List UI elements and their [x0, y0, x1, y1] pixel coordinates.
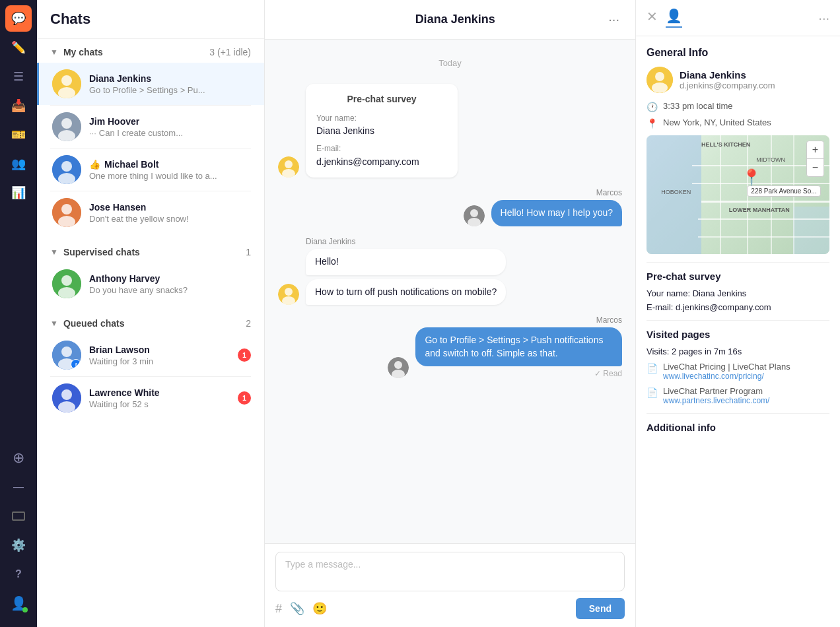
icon-bar: 💬 ✏️ ☰ 📥 🎫 👥 📊 ⊕ — ⚙️ — [0, 0, 37, 627]
msg-sender-marcos-2: Marcos — [415, 315, 622, 325]
survey-name-label-detail: Your name: — [647, 288, 693, 298]
survey-bubble: Pre-chat survey Your name: Diana Jenkins… — [306, 84, 458, 178]
map-zoom-in[interactable]: + — [807, 141, 823, 159]
chat-info-michael: 👍 Michael Bolt One more thing I would li… — [89, 159, 251, 181]
chat-item-lawrence-white[interactable]: Lawrence White Waiting for 52 s 1 — [37, 377, 264, 419]
avatar-anthony-harvey — [52, 269, 81, 298]
nav-inbox[interactable]: 📥 — [5, 92, 32, 119]
panel-header: Chats — [37, 0, 264, 39]
details-user-email: d.jenkins@company.com — [680, 81, 775, 90]
page-info-2: LiveChat Partner Program www.partners.li… — [663, 386, 769, 405]
date-label: Today — [278, 58, 622, 68]
visited-pages-list: 📄 LiveChat Pricing | LiveChat Plans www.… — [647, 362, 829, 405]
nav-reports[interactable]: 📊 — [5, 180, 32, 206]
map-zoom-out[interactable]: − — [807, 159, 823, 176]
svg-point-31 — [394, 361, 402, 369]
card-icon — [12, 512, 25, 521]
avatar-brian-lawson: f — [52, 341, 81, 370]
message-input[interactable]: Type a message... — [275, 552, 625, 591]
bubble-marcos-answer: Go to Profile > Settings > Push notifica… — [415, 327, 622, 366]
minus-icon: — — [13, 481, 24, 493]
svg-point-34 — [655, 72, 664, 81]
msg-avatar-diana-survey — [278, 156, 299, 178]
my-chats-section-header[interactable]: ▼ My chats 3 (+1 idle) — [37, 39, 264, 63]
supervised-chats-section-header[interactable]: ▼ Supervised chats 1 — [37, 239, 264, 263]
map-pin: 📍 — [742, 168, 761, 187]
msg-row-survey: Pre-chat survey Your name: Diana Jenkins… — [278, 84, 622, 178]
nav-status[interactable]: 👤 — [5, 590, 32, 616]
nav-settings[interactable]: ⚙️ — [5, 532, 32, 558]
page-icon-1: 📄 — [647, 363, 658, 374]
chat-item-brian-lawson[interactable]: f Brian Lawson Waiting for 3 min 1 — [37, 334, 264, 376]
map-area-midtown: MIDTOWN — [756, 156, 785, 163]
user-tab-icon[interactable]: 👤 — [666, 8, 682, 28]
avatar-diana-jenkins — [52, 69, 81, 98]
svg-point-16 — [61, 346, 72, 357]
nav-list[interactable]: ☰ — [5, 63, 32, 90]
attachment-icon[interactable]: 📎 — [290, 601, 304, 616]
details-content: General Info Diana Jenkins d.jenkins@com… — [636, 36, 840, 450]
svg-point-1 — [61, 75, 72, 86]
queued-chats-section-header[interactable]: ▼ Queued chats 2 — [37, 310, 264, 334]
nav-tickets[interactable]: 🎫 — [5, 121, 32, 148]
nav-team[interactable]: 👥 — [5, 150, 32, 177]
hashtag-icon[interactable]: # — [275, 602, 282, 616]
chat-preview-michael: One more thing I would like to a... — [89, 171, 251, 181]
chat-name-diana: Diana Jenkins — [89, 73, 251, 84]
page-url-2[interactable]: www.partners.livechatinc.com/ — [663, 396, 769, 405]
supervised-chats-count: 1 — [246, 247, 251, 257]
info-row-time: 🕐 3:33 pm local time — [647, 101, 829, 112]
page-title-2: LiveChat Partner Program — [663, 386, 769, 396]
chat-header-name: Diana Jenkins — [415, 13, 495, 26]
chart-icon: 📊 — [11, 185, 26, 200]
survey-title: Pre-chat survey — [316, 93, 447, 106]
map-zoom-controls[interactable]: + − — [806, 141, 824, 177]
nav-card[interactable] — [5, 503, 32, 529]
chat-item-jose-hansen[interactable]: Jose Hansen Don't eat the yellow snow! — [37, 191, 264, 234]
more-options-button[interactable]: ··· — [606, 9, 622, 30]
visits-value: 2 pages in 7m 16s — [672, 346, 742, 356]
details-panel: ✕ 👤 ··· General Info Diana Jenkins d.jen… — [635, 0, 840, 627]
my-chats-count: 3 (+1 idle) — [209, 47, 251, 57]
msg-content-marcos-answer: Marcos Go to Profile > Settings > Push n… — [415, 315, 622, 378]
emoji-icon[interactable]: 🙂 — [312, 601, 327, 616]
chat-name-michael: 👍 Michael Bolt — [89, 159, 251, 170]
chat-item-diana-jenkins[interactable]: Diana Jenkins Go to Profile > Settings >… — [37, 63, 264, 105]
avatar-jose-hansen — [52, 198, 81, 227]
messenger-badge: f — [71, 359, 81, 370]
chat-preview-anthony: Do you have any snacks? — [89, 285, 251, 295]
list-icon: ☰ — [13, 69, 24, 84]
msg-content-marcos-hello: Marcos Hello! How may I help you? — [491, 188, 622, 226]
nav-divider-icon: — — [5, 474, 32, 500]
survey-email-val-detail: d.jenkins@company.com — [676, 302, 771, 312]
chat-input-area: Type a message... # 📎 🙂 Send — [265, 543, 635, 627]
nav-chat[interactable]: 💬 — [5, 5, 32, 32]
survey-email-label-detail: E-mail: — [647, 302, 676, 312]
details-more-button[interactable]: ··· — [818, 11, 829, 26]
nav-add[interactable]: ⊕ — [5, 445, 32, 471]
chat-item-jim-hoover[interactable]: Jim Hoover ··· Can I create custom... — [37, 106, 264, 148]
chat-name-lawrence: Lawrence White — [89, 387, 230, 398]
chat-item-anthony-harvey[interactable]: Anthony Harvey Do you have any snacks? — [37, 263, 264, 305]
page-url-1[interactable]: www.livechatinc.com/pricing/ — [663, 372, 790, 381]
msg-sender-marcos-1: Marcos — [491, 188, 622, 197]
chat-header-actions: ··· — [606, 9, 622, 30]
map-area-hoboken: HOBOKEN — [661, 189, 691, 195]
ticket-icon: 🎫 — [11, 127, 26, 142]
user-location: New York, NY, United States — [663, 117, 771, 127]
chat-input-actions: # 📎 🙂 Send — [275, 598, 625, 619]
send-button[interactable]: Send — [576, 598, 625, 619]
chat-item-michael-bolt[interactable]: 👍 Michael Bolt One more thing I would li… — [37, 148, 264, 191]
survey-email-value: d.jenkins@company.com — [316, 156, 419, 167]
close-details-button[interactable]: ✕ — [647, 9, 658, 27]
details-user-name: Diana Jenkins — [680, 69, 775, 81]
map-widget[interactable]: 228 Park Avenue So... 📍 + − HELL'S KITCH… — [647, 135, 829, 254]
survey-info-email: E-mail: d.jenkins@company.com — [647, 302, 829, 312]
svg-point-22 — [285, 160, 293, 168]
nav-help[interactable]: ? — [5, 561, 32, 587]
chat-preview-brian: Waiting for 3 min — [89, 356, 230, 366]
location-pin-icon: 📍 — [647, 118, 658, 129]
nav-compose[interactable]: ✏️ — [5, 34, 32, 61]
msg-row-marcos-answer: Marcos Go to Profile > Settings > Push n… — [278, 315, 622, 378]
settings-icon: ⚙️ — [11, 538, 26, 552]
